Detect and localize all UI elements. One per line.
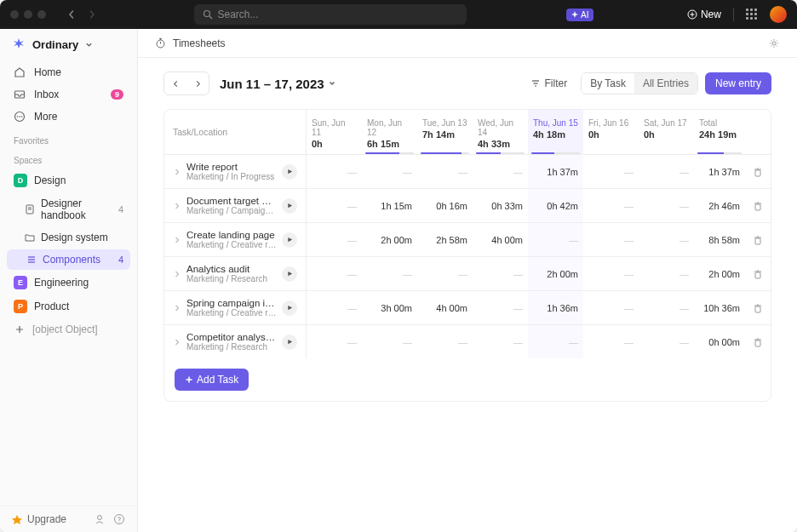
nav-back[interactable] [63, 6, 80, 23]
chevron-right-icon[interactable] [173, 236, 181, 244]
invite-icon[interactable] [95, 513, 106, 525]
trash-icon[interactable] [753, 269, 763, 279]
time-cell[interactable]: — [639, 223, 694, 256]
trash-icon[interactable] [753, 235, 763, 245]
day-header[interactable]: Sat, Jun 170h [639, 110, 694, 154]
day-header[interactable]: Fri, Jun 160h [583, 110, 639, 154]
prev-week[interactable] [166, 74, 185, 93]
time-cell[interactable]: 1h 36m [528, 291, 583, 324]
next-week[interactable] [188, 74, 207, 93]
time-cell[interactable]: 0h 16m [417, 189, 473, 222]
day-header[interactable]: Thu, Jun 154h 18m [528, 110, 583, 154]
space-design[interactable]: D Design [7, 169, 130, 192]
time-cell[interactable]: — [583, 325, 639, 358]
time-cell[interactable]: 0h 33m [473, 189, 528, 222]
sidebar-item-home[interactable]: Home [7, 61, 130, 83]
new-entry-button[interactable]: New entry [705, 72, 771, 94]
play-button[interactable] [282, 232, 297, 248]
time-cell[interactable]: — [307, 291, 362, 324]
time-cell[interactable]: 1h 37m [528, 155, 583, 188]
help-icon[interactable] [113, 513, 125, 525]
maximize-window[interactable] [37, 10, 46, 19]
time-cell[interactable]: — [473, 325, 528, 358]
time-cell[interactable]: — [417, 257, 473, 290]
play-button[interactable] [282, 266, 297, 282]
time-cell[interactable]: — [639, 155, 694, 188]
time-cell[interactable]: — [307, 325, 362, 358]
time-cell[interactable]: 2h 00m [362, 223, 417, 256]
day-header[interactable]: Sun, Jun 110h [307, 110, 362, 154]
time-cell[interactable]: — [583, 155, 639, 188]
day-header[interactable]: Mon, Jun 126h 15m [362, 110, 417, 154]
chevron-right-icon[interactable] [173, 304, 181, 312]
time-cell[interactable]: 1h 15m [362, 189, 417, 222]
nav-forward[interactable] [83, 6, 100, 23]
sidebar-item-inbox[interactable]: Inbox 9 [7, 83, 130, 106]
ai-button[interactable]: AI [566, 9, 593, 21]
gear-icon[interactable] [768, 37, 780, 49]
play-button[interactable] [282, 164, 297, 180]
workspace-switcher[interactable]: Ordinary [0, 29, 137, 60]
add-task-button[interactable]: Add Task [175, 369, 249, 391]
time-cell[interactable]: — [528, 325, 583, 358]
search-input[interactable]: Search... [194, 4, 467, 25]
play-button[interactable] [282, 198, 297, 214]
avatar[interactable] [770, 6, 787, 23]
filter-button[interactable]: Filter [524, 73, 574, 94]
time-cell[interactable]: — [473, 257, 528, 290]
space-design-system[interactable]: Design system [7, 227, 130, 248]
new-button[interactable]: New [687, 9, 721, 20]
time-cell[interactable]: — [362, 325, 417, 358]
play-button[interactable] [282, 335, 297, 350]
time-cell[interactable]: — [639, 257, 694, 290]
time-cell[interactable]: — [307, 189, 362, 222]
space-product[interactable]: P Product [7, 295, 130, 317]
chevron-right-icon[interactable] [173, 168, 181, 176]
time-cell[interactable]: — [639, 325, 694, 358]
chevron-right-icon[interactable] [173, 270, 181, 278]
time-cell[interactable]: 2h 00m [528, 257, 583, 290]
time-cell[interactable]: — [528, 223, 583, 256]
minimize-window[interactable] [24, 10, 32, 19]
time-cell[interactable]: — [473, 291, 528, 324]
time-cell[interactable]: — [362, 257, 417, 290]
day-header[interactable]: Wed, Jun 144h 33m [473, 110, 528, 154]
time-cell[interactable]: — [583, 257, 639, 290]
time-cell[interactable]: — [362, 155, 417, 188]
trash-icon[interactable] [753, 337, 763, 347]
discover-spaces[interactable]: [object Object] [7, 319, 130, 340]
sidebar-item-more[interactable]: More [7, 106, 130, 128]
space-designer-handbook[interactable]: Designer handbook 4 [7, 193, 130, 226]
time-cell[interactable]: — [583, 291, 639, 324]
trash-icon[interactable] [753, 167, 763, 177]
date-range-picker[interactable]: Jun 11 – 17, 2023 [220, 77, 336, 91]
trash-icon[interactable] [753, 201, 763, 211]
space-components[interactable]: Components 4 [7, 249, 130, 270]
by-task-toggle[interactable]: By Task [582, 73, 634, 94]
space-engineering[interactable]: E Engineering [7, 272, 130, 294]
time-cell[interactable]: — [639, 189, 694, 222]
day-header[interactable]: Tue, Jun 137h 14m [417, 110, 473, 154]
close-window[interactable] [10, 10, 19, 19]
time-cell[interactable]: 3h 00m [362, 291, 417, 324]
time-cell[interactable]: — [417, 325, 473, 358]
chevron-right-icon[interactable] [173, 202, 181, 210]
time-cell[interactable]: 4h 00m [473, 223, 528, 256]
time-cell[interactable]: — [417, 155, 473, 188]
time-cell[interactable]: 0h 42m [528, 189, 583, 222]
time-cell[interactable]: — [307, 223, 362, 256]
time-cell[interactable]: — [307, 155, 362, 188]
time-cell[interactable]: — [307, 257, 362, 290]
all-entries-toggle[interactable]: All Entries [634, 73, 697, 94]
time-cell[interactable]: — [583, 189, 639, 222]
chevron-right-icon[interactable] [173, 338, 181, 346]
time-cell[interactable]: — [583, 223, 639, 256]
time-cell[interactable]: — [473, 155, 528, 188]
time-cell[interactable]: 2h 58m [417, 223, 473, 256]
play-button[interactable] [282, 300, 297, 316]
time-cell[interactable]: — [639, 291, 694, 324]
time-cell[interactable]: 4h 00m [417, 291, 473, 324]
trash-icon[interactable] [753, 303, 763, 313]
upgrade-button[interactable]: Upgrade [12, 513, 88, 525]
apps-icon[interactable] [746, 9, 758, 20]
